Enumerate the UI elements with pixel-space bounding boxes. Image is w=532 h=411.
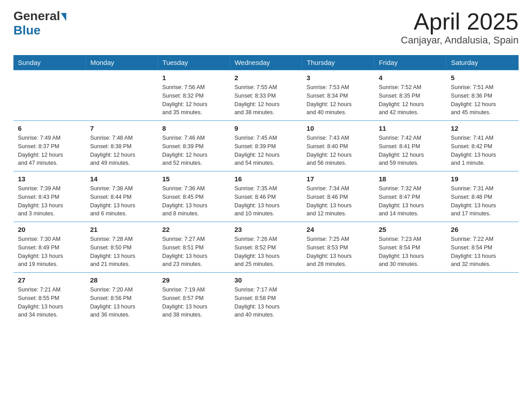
day-number: 25 [379, 226, 442, 233]
calendar-cell [302, 273, 374, 323]
day-info: Sunrise: 7:23 AM Sunset: 8:54 PM Dayligh… [379, 235, 442, 269]
day-info: Sunrise: 7:46 AM Sunset: 8:39 PM Dayligh… [162, 134, 225, 167]
calendar-cell: 20Sunrise: 7:30 AM Sunset: 8:49 PM Dayli… [13, 222, 86, 273]
day-number: 14 [90, 175, 153, 183]
calendar-cell: 8Sunrise: 7:46 AM Sunset: 8:39 PM Daylig… [158, 121, 230, 171]
day-info: Sunrise: 7:22 AM Sunset: 8:54 PM Dayligh… [451, 235, 514, 269]
logo-general-text: General [13, 9, 60, 23]
logo-blue-text: Blue [13, 23, 41, 37]
calendar-cell: 26Sunrise: 7:22 AM Sunset: 8:54 PM Dayli… [446, 222, 519, 273]
day-info: Sunrise: 7:27 AM Sunset: 8:51 PM Dayligh… [162, 235, 225, 269]
day-number: 24 [307, 226, 370, 233]
day-info: Sunrise: 7:26 AM Sunset: 8:52 PM Dayligh… [234, 235, 297, 269]
week-row-3: 20Sunrise: 7:30 AM Sunset: 8:49 PM Dayli… [13, 222, 519, 273]
day-number: 22 [162, 226, 225, 233]
day-number: 8 [162, 124, 225, 132]
calendar-cell: 29Sunrise: 7:19 AM Sunset: 8:57 PM Dayli… [158, 273, 230, 323]
calendar-cell: 14Sunrise: 7:38 AM Sunset: 8:44 PM Dayli… [86, 171, 158, 222]
day-number: 11 [379, 124, 442, 132]
day-number: 26 [451, 226, 514, 233]
day-info: Sunrise: 7:25 AM Sunset: 8:53 PM Dayligh… [307, 235, 370, 269]
day-info: Sunrise: 7:28 AM Sunset: 8:50 PM Dayligh… [90, 235, 153, 269]
day-info: Sunrise: 7:31 AM Sunset: 8:48 PM Dayligh… [451, 184, 514, 218]
week-row-2: 13Sunrise: 7:39 AM Sunset: 8:43 PM Dayli… [13, 171, 519, 222]
calendar-cell: 2Sunrise: 7:55 AM Sunset: 8:33 PM Daylig… [230, 70, 302, 121]
calendar-cell: 15Sunrise: 7:36 AM Sunset: 8:45 PM Dayli… [158, 171, 230, 222]
day-info: Sunrise: 7:48 AM Sunset: 8:38 PM Dayligh… [90, 134, 153, 167]
calendar-cell: 25Sunrise: 7:23 AM Sunset: 8:54 PM Dayli… [374, 222, 446, 273]
title-block: April 2025 Canjayar, Andalusia, Spain [401, 9, 519, 46]
calendar-cell: 4Sunrise: 7:52 AM Sunset: 8:35 PM Daylig… [374, 70, 446, 121]
day-number: 30 [234, 276, 297, 284]
calendar-cell: 11Sunrise: 7:42 AM Sunset: 8:41 PM Dayli… [374, 121, 446, 171]
header-wednesday: Wednesday [230, 55, 302, 70]
calendar-cell: 6Sunrise: 7:49 AM Sunset: 8:37 PM Daylig… [13, 121, 86, 171]
day-number: 21 [90, 226, 153, 233]
calendar-cell [374, 273, 446, 323]
day-number: 16 [234, 175, 297, 183]
day-number: 10 [307, 124, 370, 132]
day-info: Sunrise: 7:45 AM Sunset: 8:39 PM Dayligh… [234, 134, 297, 167]
calendar-cell: 30Sunrise: 7:17 AM Sunset: 8:58 PM Dayli… [230, 273, 302, 323]
day-info: Sunrise: 7:51 AM Sunset: 8:36 PM Dayligh… [451, 83, 514, 117]
day-number: 29 [162, 276, 225, 284]
day-number: 27 [18, 276, 81, 284]
day-info: Sunrise: 7:42 AM Sunset: 8:41 PM Dayligh… [379, 134, 442, 167]
header-thursday: Thursday [302, 55, 374, 70]
day-info: Sunrise: 7:41 AM Sunset: 8:42 PM Dayligh… [451, 134, 514, 167]
calendar-cell: 7Sunrise: 7:48 AM Sunset: 8:38 PM Daylig… [86, 121, 158, 171]
calendar-cell [86, 70, 158, 121]
calendar-title: April 2025 [401, 9, 519, 34]
calendar-cell: 1Sunrise: 7:56 AM Sunset: 8:32 PM Daylig… [158, 70, 230, 121]
calendar-cell: 24Sunrise: 7:25 AM Sunset: 8:53 PM Dayli… [302, 222, 374, 273]
day-number: 3 [307, 74, 370, 81]
day-number: 9 [234, 124, 297, 132]
logo-arrow-icon [61, 13, 66, 21]
day-number: 6 [18, 124, 81, 132]
day-info: Sunrise: 7:19 AM Sunset: 8:57 PM Dayligh… [162, 286, 225, 319]
header-monday: Monday [86, 55, 158, 70]
day-number: 19 [451, 175, 514, 183]
day-number: 12 [451, 124, 514, 132]
day-number: 18 [379, 175, 442, 183]
day-info: Sunrise: 7:34 AM Sunset: 8:46 PM Dayligh… [307, 184, 370, 218]
day-number: 1 [162, 74, 225, 81]
day-number: 17 [307, 175, 370, 183]
calendar-cell: 13Sunrise: 7:39 AM Sunset: 8:43 PM Dayli… [13, 171, 86, 222]
day-number: 15 [162, 175, 225, 183]
page-header: General Blue April 2025 Canjayar, Andalu… [13, 9, 519, 46]
calendar-subtitle: Canjayar, Andalusia, Spain [401, 34, 519, 46]
header-saturday: Saturday [446, 55, 519, 70]
day-number: 4 [379, 74, 442, 81]
day-number: 5 [451, 74, 514, 81]
calendar-cell: 10Sunrise: 7:43 AM Sunset: 8:40 PM Dayli… [302, 121, 374, 171]
calendar-cell: 21Sunrise: 7:28 AM Sunset: 8:50 PM Dayli… [86, 222, 158, 273]
day-info: Sunrise: 7:56 AM Sunset: 8:32 PM Dayligh… [162, 83, 225, 117]
header-tuesday: Tuesday [158, 55, 230, 70]
calendar-cell: 9Sunrise: 7:45 AM Sunset: 8:39 PM Daylig… [230, 121, 302, 171]
day-number: 13 [18, 175, 81, 183]
day-info: Sunrise: 7:20 AM Sunset: 8:56 PM Dayligh… [90, 286, 153, 319]
day-number: 28 [90, 276, 153, 284]
calendar-cell: 17Sunrise: 7:34 AM Sunset: 8:46 PM Dayli… [302, 171, 374, 222]
day-info: Sunrise: 7:55 AM Sunset: 8:33 PM Dayligh… [234, 83, 297, 117]
calendar-cell: 19Sunrise: 7:31 AM Sunset: 8:48 PM Dayli… [446, 171, 519, 222]
day-number: 7 [90, 124, 153, 132]
day-info: Sunrise: 7:36 AM Sunset: 8:45 PM Dayligh… [162, 184, 225, 218]
calendar-cell: 22Sunrise: 7:27 AM Sunset: 8:51 PM Dayli… [158, 222, 230, 273]
day-info: Sunrise: 7:21 AM Sunset: 8:55 PM Dayligh… [18, 286, 81, 319]
header-row: SundayMondayTuesdayWednesdayThursdayFrid… [13, 55, 519, 70]
day-number: 20 [18, 226, 81, 233]
day-number: 23 [234, 226, 297, 233]
header-friday: Friday [374, 55, 446, 70]
day-info: Sunrise: 7:32 AM Sunset: 8:47 PM Dayligh… [379, 184, 442, 218]
calendar-cell [13, 70, 86, 121]
week-row-0: 1Sunrise: 7:56 AM Sunset: 8:32 PM Daylig… [13, 70, 519, 121]
day-info: Sunrise: 7:43 AM Sunset: 8:40 PM Dayligh… [307, 134, 370, 167]
day-info: Sunrise: 7:17 AM Sunset: 8:58 PM Dayligh… [234, 286, 297, 319]
calendar-cell: 3Sunrise: 7:53 AM Sunset: 8:34 PM Daylig… [302, 70, 374, 121]
calendar-header: SundayMondayTuesdayWednesdayThursdayFrid… [13, 55, 519, 70]
header-sunday: Sunday [13, 55, 86, 70]
day-info: Sunrise: 7:39 AM Sunset: 8:43 PM Dayligh… [18, 184, 81, 218]
logo: General Blue [13, 9, 67, 38]
